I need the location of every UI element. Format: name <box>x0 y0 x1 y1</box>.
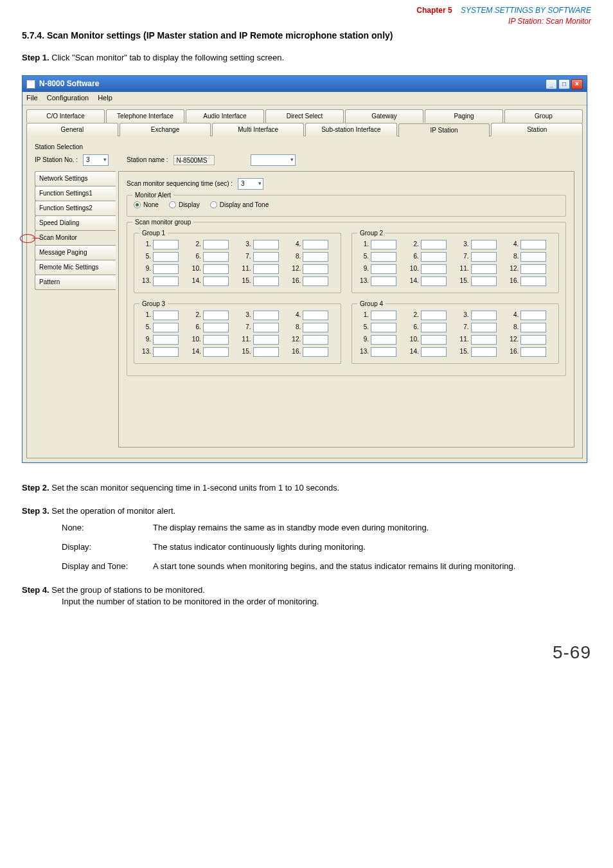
tab-exchange[interactable]: Exchange <box>120 123 211 136</box>
group3-input-5[interactable] <box>153 323 179 332</box>
tab-co-interface[interactable]: C/O Interface <box>26 109 105 123</box>
group3-input-1[interactable] <box>153 311 179 320</box>
group2-input-16[interactable] <box>520 276 546 286</box>
group2-input-14[interactable] <box>421 276 447 286</box>
group1-input-13[interactable] <box>153 276 179 286</box>
group3-input-7[interactable] <box>253 323 279 332</box>
group1-input-4[interactable] <box>303 240 328 249</box>
menu-help[interactable]: Help <box>98 93 112 103</box>
group2-input-8[interactable] <box>520 252 546 262</box>
group3-input-2[interactable] <box>203 311 229 320</box>
group2-input-10[interactable] <box>421 264 447 274</box>
group4-input-10[interactable] <box>421 335 447 345</box>
group2-input-3[interactable] <box>471 240 497 249</box>
group1-input-3[interactable] <box>253 240 279 249</box>
group3-input-6[interactable] <box>203 323 229 332</box>
side-tab-network[interactable]: Network Settings <box>35 171 116 186</box>
group2-input-15[interactable] <box>471 276 497 286</box>
group4-input-6[interactable] <box>421 323 447 332</box>
seq-time-combo[interactable]: 3 <box>238 178 263 190</box>
group3-input-12[interactable] <box>303 335 328 345</box>
tab-general[interactable]: General <box>26 123 118 136</box>
group4-input-4[interactable] <box>520 311 546 320</box>
group3-input-3[interactable] <box>253 311 279 320</box>
group3-input-15[interactable] <box>253 347 279 357</box>
menu-file[interactable]: File <box>26 93 38 103</box>
close-button[interactable]: × <box>571 79 583 89</box>
group1-input-9[interactable] <box>153 264 179 274</box>
tab-multi-interface[interactable]: Multi Interface <box>212 123 304 136</box>
side-tab-scan-monitor[interactable]: Scan Monitor <box>35 230 116 246</box>
group3-input-14[interactable] <box>203 347 229 357</box>
group1-input-11[interactable] <box>253 264 279 274</box>
station-selection-label: Station Selection <box>35 143 574 152</box>
group2-input-1[interactable] <box>371 240 396 249</box>
tab-ip-station[interactable]: IP Station <box>398 123 490 137</box>
tab-sub-station-interface[interactable]: Sub-station Interface <box>305 123 397 136</box>
group2-input-5[interactable] <box>371 252 396 262</box>
group2-legend: Group 2 <box>357 229 386 238</box>
group3-input-13[interactable] <box>153 347 179 357</box>
group-cell: 15. <box>459 276 502 286</box>
group4-input-5[interactable] <box>371 323 396 332</box>
group2-input-6[interactable] <box>421 252 447 262</box>
group4-input-7[interactable] <box>471 323 497 332</box>
group3-input-10[interactable] <box>203 335 229 345</box>
group4-input-12[interactable] <box>520 335 546 345</box>
ip-station-no-combo[interactable]: 3 <box>83 154 109 166</box>
group3-input-16[interactable] <box>303 347 328 357</box>
side-tab-remote-mic[interactable]: Remote Mic Settings <box>35 260 116 275</box>
group1-input-6[interactable] <box>203 252 229 262</box>
tab-audio-interface[interactable]: Audio Interface <box>186 109 264 123</box>
group2-input-9[interactable] <box>371 264 396 274</box>
side-tab-speed-dialing[interactable]: Speed Dialing <box>35 215 116 231</box>
tab-group[interactable]: Group <box>504 109 583 123</box>
tab-direct-select[interactable]: Direct Select <box>265 109 344 123</box>
station-extra-combo[interactable] <box>251 154 296 166</box>
group4-input-1[interactable] <box>371 311 396 320</box>
maximize-button[interactable]: □ <box>558 79 570 89</box>
tab-station[interactable]: Station <box>491 123 583 136</box>
side-tab-function1[interactable]: Function Settings1 <box>35 186 116 201</box>
group2-input-4[interactable] <box>520 240 546 249</box>
radio-none[interactable]: None <box>134 201 159 210</box>
group1-input-16[interactable] <box>303 276 328 286</box>
group4-input-15[interactable] <box>471 347 497 357</box>
group1-input-14[interactable] <box>203 276 229 286</box>
group1-input-1[interactable] <box>153 240 179 249</box>
group4-input-8[interactable] <box>520 323 546 332</box>
group4-input-11[interactable] <box>471 335 497 345</box>
group2-input-11[interactable] <box>471 264 497 274</box>
group2-input-7[interactable] <box>471 252 497 262</box>
group4-input-13[interactable] <box>371 347 396 357</box>
group3-input-9[interactable] <box>153 335 179 345</box>
group4-input-14[interactable] <box>421 347 447 357</box>
group4-input-2[interactable] <box>421 311 447 320</box>
menu-configuration[interactable]: Configuration <box>47 93 89 103</box>
group3-input-8[interactable] <box>303 323 328 332</box>
group4-input-16[interactable] <box>520 347 546 357</box>
group3-input-4[interactable] <box>303 311 328 320</box>
tab-paging[interactable]: Paging <box>425 109 503 123</box>
group1-input-8[interactable] <box>303 252 328 262</box>
group1-input-7[interactable] <box>253 252 279 262</box>
group1-input-15[interactable] <box>253 276 279 286</box>
group4-input-9[interactable] <box>371 335 396 345</box>
tab-gateway[interactable]: Gateway <box>345 109 423 123</box>
group1-input-10[interactable] <box>203 264 229 274</box>
group1-input-5[interactable] <box>153 252 179 262</box>
radio-display-tone[interactable]: Display and Tone <box>210 201 269 210</box>
side-tab-function2[interactable]: Function Settings2 <box>35 201 116 216</box>
group3-input-11[interactable] <box>253 335 279 345</box>
group2-input-13[interactable] <box>371 276 396 286</box>
group1-input-2[interactable] <box>203 240 229 249</box>
group4-input-3[interactable] <box>471 311 497 320</box>
group2-input-2[interactable] <box>421 240 447 249</box>
side-tab-pattern[interactable]: Pattern <box>35 275 116 290</box>
minimize-button[interactable]: _ <box>546 79 557 89</box>
group1-input-12[interactable] <box>303 264 328 274</box>
group2-input-12[interactable] <box>520 264 546 274</box>
side-tab-message-paging[interactable]: Message Paging <box>35 245 116 260</box>
radio-display[interactable]: Display <box>169 201 200 210</box>
tab-telephone-interface[interactable]: Telephone Interface <box>106 109 184 123</box>
